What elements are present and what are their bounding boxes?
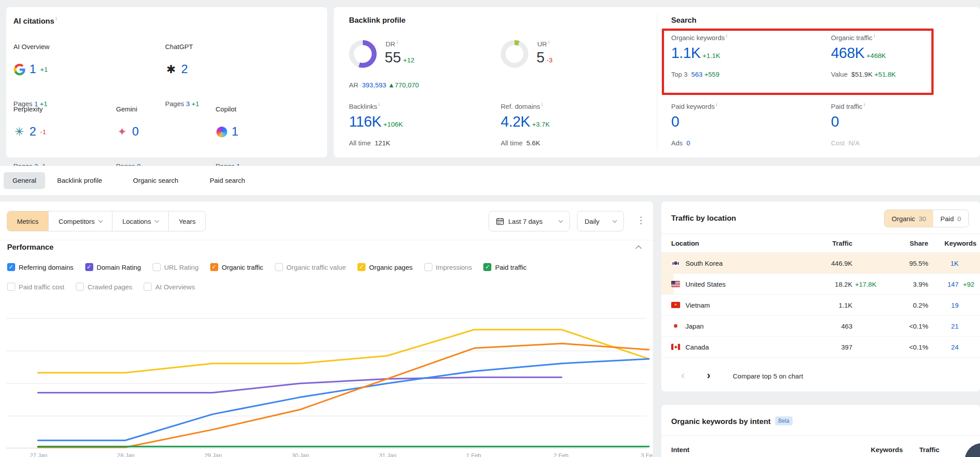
filter-segmented-control: Metrics Competitors Locations Years (7, 211, 206, 231)
dr-donut-chart (349, 40, 377, 68)
competitors-dropdown[interactable]: Competitors (48, 211, 112, 231)
date-range-dropdown[interactable]: Last 7 days (489, 211, 570, 231)
ai-citations-title: AI citationsi (13, 16, 57, 26)
organic-toggle[interactable]: Organic30 (884, 210, 933, 227)
ar-value-link[interactable]: 393,593 (362, 81, 386, 89)
ar-rank: AR 393,593 ▲770,070 (349, 81, 419, 89)
location-row-south-korea[interactable]: South Korea 446.9K 95.5% 1K (661, 252, 980, 273)
location-row-japan[interactable]: Japan 463 <0.1% 21 (661, 315, 980, 336)
info-icon[interactable]: i (541, 102, 542, 107)
granularity-dropdown[interactable]: Daily (577, 211, 624, 231)
svg-text:31 Jan: 31 Jan (379, 452, 396, 457)
checkbox-impressions[interactable]: Impressions (424, 263, 472, 271)
google-g-icon (13, 63, 25, 75)
organic-paid-toggle: Organic30 Paid0 (884, 210, 969, 227)
gemini-count[interactable]: 0 (132, 125, 139, 139)
ref-domains-value-link[interactable]: 4.2K (501, 113, 530, 130)
beta-badge: Beta (775, 416, 793, 425)
tab-general[interactable]: General (4, 172, 45, 189)
info-icon[interactable]: i (726, 33, 727, 38)
years-button[interactable]: Years (168, 211, 205, 231)
checkbox-domain-rating[interactable]: Domain Rating (85, 263, 141, 271)
next-page-chevron-icon[interactable]: › (707, 370, 710, 381)
compare-top5-link[interactable]: Compare top 5 on chart (733, 372, 803, 380)
checkbox-paid-traffic-cost[interactable]: Paid traffic cost (7, 283, 64, 291)
top3-value-link[interactable]: 563 (691, 70, 702, 78)
ai-citations-card: AI citationsi AI Overview 1 +1 Pages 1 +… (6, 7, 327, 157)
keywords-link[interactable]: 1K (932, 253, 959, 273)
keywords-link[interactable]: 21 (932, 316, 959, 336)
svg-text:27 Jan: 27 Jan (30, 452, 47, 457)
collapse-chevron-icon[interactable] (635, 245, 642, 251)
checkbox-crawled-pages[interactable]: Crawled pages (76, 283, 132, 291)
ai-source-copilot: Copilot 1 Pages 1 (216, 105, 314, 113)
info-icon[interactable]: i (548, 39, 549, 45)
perplexity-icon: ✳ (13, 126, 25, 138)
backlinks-value-link[interactable]: 116K (349, 113, 382, 130)
divider (661, 357, 980, 358)
tab-paid-search[interactable]: Paid search (201, 172, 254, 189)
ai-source-chatgpt: ChatGPT ✱ 2 Pages 3 +1 (165, 43, 263, 50)
japan-flag-icon (671, 323, 680, 329)
more-options-kebab-icon[interactable]: ⋮ (636, 215, 646, 226)
info-icon[interactable]: i (716, 102, 717, 107)
checkbox-referring-domains[interactable]: Referring domains (7, 263, 74, 271)
tab-backlink-profile[interactable]: Backlink profile (48, 172, 111, 189)
paid-traffic-value[interactable]: 0 (831, 113, 839, 130)
ai-source-gemini: Gemini ✦ 0 Pages 0 (116, 105, 214, 113)
search-title: Search (671, 16, 697, 25)
chatgpt-count[interactable]: 2 (181, 62, 188, 76)
info-icon[interactable]: i (874, 33, 875, 38)
keywords-link[interactable]: 19 (932, 295, 959, 315)
organic-traffic-value-link[interactable]: 468K (831, 45, 864, 61)
metrics-button[interactable]: Metrics (7, 211, 48, 231)
keywords-link[interactable]: 147 (932, 274, 959, 294)
info-icon[interactable]: i (397, 39, 398, 45)
keywords-link[interactable]: 24 (932, 337, 959, 357)
checkbox-ai-overviews[interactable]: AI Overviews (144, 283, 195, 291)
organic-keywords-value-link[interactable]: 1.1K (671, 45, 701, 61)
performance-line-chart[interactable]: 27 Jan28 Jan29 Jan30 Jan31 Jan1 Feb2 Feb… (0, 294, 653, 457)
location-row-vietnam[interactable]: Vietnam 1.1K 0.2% 19 (661, 294, 980, 315)
info-icon[interactable]: i (56, 16, 57, 21)
checkbox-url-rating[interactable]: URL Rating (153, 263, 199, 271)
location-row-united-states[interactable]: United States 18.2K +17.8K 3.9% 147 +92 (661, 273, 980, 294)
copilot-count[interactable]: 1 (232, 125, 238, 139)
ads-value-link[interactable]: 0 (686, 139, 690, 147)
traffic-by-location-title: Traffic by location (671, 214, 736, 223)
chevron-down-icon (613, 218, 617, 222)
performance-title: Performance (7, 243, 54, 252)
info-icon[interactable]: i (864, 102, 865, 107)
location-row-canada[interactable]: Canada 397 <0.1% 24 (661, 336, 980, 357)
svg-text:29 Jan: 29 Jan (204, 452, 222, 457)
paid-keywords-value[interactable]: 0 (671, 113, 679, 130)
overview-tabs: General Backlink profile Organic search … (0, 166, 980, 195)
perplexity-count[interactable]: 2 (29, 125, 36, 139)
chatgpt-icon: ✱ (165, 63, 177, 75)
performance-card: Metrics Competitors Locations Years Last… (0, 202, 653, 457)
checkbox-organic-pages[interactable]: Organic pages (357, 263, 413, 271)
svg-text:28 Jan: 28 Jan (117, 452, 135, 457)
ai-source-ai-overview: AI Overview 1 +1 Pages 1 +1 (13, 43, 112, 50)
backlink-search-card: Backlink profile DRi 55 +12 AR 393,593 ▲… (334, 7, 980, 157)
svg-text:3 Feb: 3 Feb (641, 452, 653, 457)
checkbox-organic-traffic[interactable]: Organic traffic (210, 263, 263, 271)
dashboard-screen: AI citationsi AI Overview 1 +1 Pages 1 +… (0, 0, 980, 457)
ur-donut-chart (501, 40, 528, 68)
backlink-profile-title: Backlink profile (349, 16, 406, 25)
ai-overview-count[interactable]: 1 (29, 62, 36, 76)
copilot-icon (216, 126, 228, 138)
paid-toggle[interactable]: Paid0 (933, 210, 968, 227)
locations-dropdown[interactable]: Locations (112, 211, 168, 231)
info-icon[interactable]: i (378, 102, 379, 107)
ai-source-perplexity: Perplexity ✳ 2 -1 Pages 3 -1 (13, 105, 112, 113)
keywords-by-intent-title: Organic keywords by intentBeta (671, 416, 793, 426)
canada-flag-icon (671, 344, 680, 350)
gemini-icon: ✦ (116, 126, 128, 138)
prev-page-chevron-icon[interactable]: ‹ (681, 370, 685, 381)
section-divider (657, 14, 657, 150)
checkbox-organic-traffic-value[interactable]: Organic traffic value (275, 263, 346, 271)
svg-text:1 Feb: 1 Feb (466, 452, 481, 457)
tab-organic-search[interactable]: Organic search (124, 172, 187, 189)
checkbox-paid-traffic[interactable]: Paid traffic (483, 263, 527, 271)
